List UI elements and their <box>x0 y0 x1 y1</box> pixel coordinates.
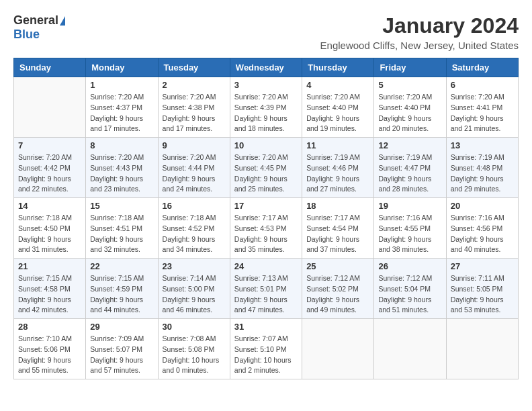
day-info: Sunrise: 7:20 AMSunset: 4:39 PMDaylight:… <box>234 92 298 134</box>
day-info: Sunrise: 7:17 AMSunset: 4:54 PMDaylight:… <box>306 213 369 255</box>
day-info: Sunrise: 7:20 AMSunset: 4:42 PMDaylight:… <box>18 152 81 195</box>
day-info: Sunrise: 7:18 AMSunset: 4:52 PMDaylight:… <box>163 213 226 255</box>
day-number: 9 <box>163 140 226 150</box>
day-number: 13 <box>451 140 514 150</box>
header-cell-wednesday: Wednesday <box>230 58 302 77</box>
week-row: 7Sunrise: 7:20 AMSunset: 4:42 PMDaylight… <box>14 138 519 198</box>
day-info: Sunrise: 7:08 AMSunset: 5:08 PMDaylight:… <box>163 334 226 376</box>
day-info: Sunrise: 7:15 AMSunset: 4:59 PMDaylight:… <box>90 273 153 316</box>
day-info: Sunrise: 7:07 AMSunset: 5:10 PMDaylight:… <box>234 334 298 376</box>
calendar-cell: 31Sunrise: 7:07 AMSunset: 5:10 PMDayligh… <box>230 319 302 379</box>
calendar-cell: 19Sunrise: 7:16 AMSunset: 4:55 PMDayligh… <box>374 198 446 259</box>
day-info: Sunrise: 7:20 AMSunset: 4:41 PMDaylight:… <box>451 92 514 134</box>
day-info: Sunrise: 7:20 AMSunset: 4:40 PMDaylight:… <box>306 92 369 134</box>
calendar-cell: 5Sunrise: 7:20 AMSunset: 4:40 PMDaylight… <box>374 77 446 138</box>
calendar-cell: 2Sunrise: 7:20 AMSunset: 4:38 PMDaylight… <box>158 77 230 138</box>
day-info: Sunrise: 7:17 AMSunset: 4:53 PMDaylight:… <box>234 213 298 255</box>
logo-general-text: General <box>13 13 58 28</box>
calendar-cell: 7Sunrise: 7:20 AMSunset: 4:42 PMDaylight… <box>14 138 86 198</box>
week-row: 21Sunrise: 7:15 AMSunset: 4:58 PMDayligh… <box>14 259 519 319</box>
calendar-cell: 27Sunrise: 7:11 AMSunset: 5:05 PMDayligh… <box>446 259 518 319</box>
calendar-cell: 6Sunrise: 7:20 AMSunset: 4:41 PMDaylight… <box>446 77 518 138</box>
day-number: 26 <box>378 261 441 271</box>
header-row: SundayMondayTuesdayWednesdayThursdayFrid… <box>14 58 519 77</box>
day-info: Sunrise: 7:19 AMSunset: 4:46 PMDaylight:… <box>306 152 369 195</box>
calendar-cell: 13Sunrise: 7:19 AMSunset: 4:48 PMDayligh… <box>446 138 518 198</box>
day-info: Sunrise: 7:20 AMSunset: 4:40 PMDaylight:… <box>378 92 441 134</box>
day-info: Sunrise: 7:20 AMSunset: 4:38 PMDaylight:… <box>163 92 226 134</box>
calendar-cell <box>302 319 374 379</box>
header-cell-friday: Friday <box>374 58 446 77</box>
day-number: 3 <box>234 80 298 90</box>
day-number: 28 <box>18 322 81 332</box>
day-number: 21 <box>18 261 81 271</box>
calendar-cell: 10Sunrise: 7:20 AMSunset: 4:45 PMDayligh… <box>230 138 302 198</box>
logo-blue-text: Blue <box>13 28 40 42</box>
calendar-cell: 28Sunrise: 7:10 AMSunset: 5:06 PMDayligh… <box>14 319 86 379</box>
calendar-cell: 1Sunrise: 7:20 AMSunset: 4:37 PMDaylight… <box>86 77 158 138</box>
day-info: Sunrise: 7:15 AMSunset: 4:58 PMDaylight:… <box>18 273 81 316</box>
day-number: 23 <box>163 261 226 271</box>
calendar-cell <box>374 319 446 379</box>
calendar-cell: 26Sunrise: 7:12 AMSunset: 5:04 PMDayligh… <box>374 259 446 319</box>
calendar-header: SundayMondayTuesdayWednesdayThursdayFrid… <box>14 58 519 77</box>
day-info: Sunrise: 7:16 AMSunset: 4:55 PMDaylight:… <box>378 213 441 255</box>
day-number: 24 <box>234 261 298 271</box>
calendar-cell: 18Sunrise: 7:17 AMSunset: 4:54 PMDayligh… <box>302 198 374 259</box>
calendar-cell: 16Sunrise: 7:18 AMSunset: 4:52 PMDayligh… <box>158 198 230 259</box>
day-number: 11 <box>306 140 369 150</box>
day-number: 25 <box>306 261 369 271</box>
day-number: 12 <box>378 140 441 150</box>
day-info: Sunrise: 7:12 AMSunset: 5:04 PMDaylight:… <box>378 273 441 316</box>
calendar-body: 1Sunrise: 7:20 AMSunset: 4:37 PMDaylight… <box>14 77 519 379</box>
calendar-cell <box>446 319 518 379</box>
calendar-cell: 11Sunrise: 7:19 AMSunset: 4:46 PMDayligh… <box>302 138 374 198</box>
day-info: Sunrise: 7:19 AMSunset: 4:47 PMDaylight:… <box>378 152 441 195</box>
day-number: 8 <box>90 140 153 150</box>
day-number: 29 <box>90 322 153 332</box>
week-row: 14Sunrise: 7:18 AMSunset: 4:50 PMDayligh… <box>14 198 519 259</box>
logo-triangle-icon <box>60 16 65 26</box>
header-cell-saturday: Saturday <box>446 58 518 77</box>
calendar-cell: 17Sunrise: 7:17 AMSunset: 4:53 PMDayligh… <box>230 198 302 259</box>
day-number: 15 <box>90 201 153 211</box>
day-number: 1 <box>90 80 153 90</box>
day-number: 27 <box>451 261 514 271</box>
day-info: Sunrise: 7:12 AMSunset: 5:02 PMDaylight:… <box>306 273 369 316</box>
day-info: Sunrise: 7:20 AMSunset: 4:45 PMDaylight:… <box>234 152 298 195</box>
day-number: 31 <box>234 322 298 332</box>
day-info: Sunrise: 7:20 AMSunset: 4:44 PMDaylight:… <box>163 152 226 195</box>
calendar-cell: 14Sunrise: 7:18 AMSunset: 4:50 PMDayligh… <box>14 198 86 259</box>
calendar-cell: 8Sunrise: 7:20 AMSunset: 4:43 PMDaylight… <box>86 138 158 198</box>
title-area: January 2024 Englewood Cliffs, New Jerse… <box>320 13 519 51</box>
header-cell-thursday: Thursday <box>302 58 374 77</box>
day-info: Sunrise: 7:19 AMSunset: 4:48 PMDaylight:… <box>451 152 514 195</box>
calendar-cell: 22Sunrise: 7:15 AMSunset: 4:59 PMDayligh… <box>86 259 158 319</box>
day-number: 22 <box>90 261 153 271</box>
calendar-subtitle: Englewood Cliffs, New Jersey, United Sta… <box>320 40 519 51</box>
calendar-cell: 20Sunrise: 7:16 AMSunset: 4:56 PMDayligh… <box>446 198 518 259</box>
day-number: 16 <box>163 201 226 211</box>
day-info: Sunrise: 7:09 AMSunset: 5:07 PMDaylight:… <box>90 334 153 376</box>
calendar-cell: 15Sunrise: 7:18 AMSunset: 4:51 PMDayligh… <box>86 198 158 259</box>
calendar-cell: 3Sunrise: 7:20 AMSunset: 4:39 PMDaylight… <box>230 77 302 138</box>
day-number: 18 <box>306 201 369 211</box>
calendar-cell: 21Sunrise: 7:15 AMSunset: 4:58 PMDayligh… <box>14 259 86 319</box>
calendar-title: January 2024 <box>320 13 519 38</box>
day-number: 17 <box>234 201 298 211</box>
day-info: Sunrise: 7:13 AMSunset: 5:01 PMDaylight:… <box>234 273 298 316</box>
day-number: 4 <box>306 80 369 90</box>
day-info: Sunrise: 7:20 AMSunset: 4:37 PMDaylight:… <box>90 92 153 134</box>
calendar-cell: 4Sunrise: 7:20 AMSunset: 4:40 PMDaylight… <box>302 77 374 138</box>
day-number: 19 <box>378 201 441 211</box>
week-row: 1Sunrise: 7:20 AMSunset: 4:37 PMDaylight… <box>14 77 519 138</box>
day-number: 5 <box>378 80 441 90</box>
day-info: Sunrise: 7:18 AMSunset: 4:51 PMDaylight:… <box>90 213 153 255</box>
logo: General Blue <box>13 13 65 42</box>
calendar-table: SundayMondayTuesdayWednesdayThursdayFrid… <box>13 58 519 379</box>
calendar-cell <box>14 77 86 138</box>
day-number: 14 <box>18 201 81 211</box>
day-info: Sunrise: 7:20 AMSunset: 4:43 PMDaylight:… <box>90 152 153 195</box>
day-info: Sunrise: 7:14 AMSunset: 5:00 PMDaylight:… <box>163 273 226 316</box>
calendar-cell: 30Sunrise: 7:08 AMSunset: 5:08 PMDayligh… <box>158 319 230 379</box>
